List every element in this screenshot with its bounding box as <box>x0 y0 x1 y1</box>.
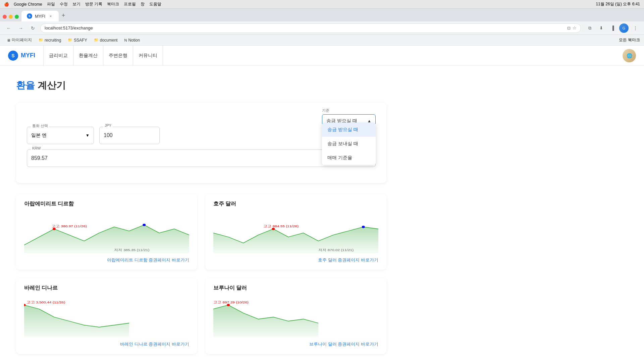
nav-exchange-calc[interactable]: 환율계산 <box>73 46 103 66</box>
ssafy-icon: 📁 <box>68 38 72 42</box>
aed-link[interactable]: 아랍에미리트 디르함 증권페이지 바로가기 <box>24 257 189 263</box>
svg-point-6 <box>272 228 275 230</box>
svg-marker-5 <box>213 227 378 253</box>
bnd-chart: 고고 897.29 (10/26) <box>213 297 378 337</box>
tab-title: MYFI <box>35 14 45 19</box>
svg-text:고고 3,500.44 (11/26): 고고 3,500.44 (11/26) <box>26 300 65 304</box>
aud-chart: 고고 884.55 (11/26) 저저 870.02 (11/21) <box>213 213 378 253</box>
nav-interest-compare[interactable]: 금리비교 <box>43 46 73 66</box>
currency-select[interactable]: 일본 엔 ▼ <box>27 127 94 144</box>
minimize-traffic-light[interactable] <box>9 15 13 19</box>
nav-nearby-bank[interactable]: 주변은행 <box>103 46 133 66</box>
refresh-button[interactable]: ↻ <box>28 23 38 33</box>
svg-text:저저 385.35 (11/21): 저저 385.35 (11/21) <box>114 248 149 252</box>
bookmark-recruiting-label: recruiting <box>45 38 61 43</box>
app-header: S MYFI 금리비교 환율계산 주변은행 커뮤니티 🌐 <box>0 46 644 66</box>
page-content: 환율 계산기 기준 송금 받으실 때 ▲ 송금 받으실 때 송금 보내실 때 매… <box>0 66 402 362</box>
sidebar-button[interactable]: ▐ <box>608 23 617 33</box>
download-button[interactable]: ⬇ <box>596 23 606 33</box>
bookmark-maipe[interactable]: 🖥 마이페이지 <box>4 36 35 44</box>
window-menu[interactable]: 창 <box>141 1 145 7</box>
bookmark-ssafy[interactable]: 📁 SSAFY <box>65 37 90 44</box>
jpy-input[interactable]: 100 <box>99 127 160 144</box>
active-tab[interactable]: S MYFI × <box>21 11 59 21</box>
svg-text:고고 380.97 (11/26): 고고 380.97 (11/26) <box>52 224 87 228</box>
profile-avatar[interactable]: G <box>619 23 629 33</box>
basis-option-standard[interactable]: 매매 기준율 <box>322 151 376 165</box>
bookmarks-bar: 🖥 마이페이지 📁 recruiting 📁 SSAFY 📁 document … <box>0 35 644 46</box>
currency-select-group: 통화 선택 일본 엔 ▼ <box>27 127 94 144</box>
bookmark-maipe-label: 마이페이지 <box>12 37 32 43</box>
svg-text:고고 884.55 (11/26): 고고 884.55 (11/26) <box>263 224 299 228</box>
help-menu[interactable]: 도움말 <box>149 1 161 7</box>
chrome-window: S MYFI × + ← → ↻ localhost:5173/exchange… <box>0 9 644 362</box>
svg-point-1 <box>53 228 56 230</box>
all-bookmarks[interactable]: 모든 북마크 <box>619 37 640 43</box>
maipe-icon: 🖥 <box>7 38 10 42</box>
mac-time: 11월 26일 (일) 오후 6:41 <box>596 1 640 7</box>
bookmarks-menu[interactable]: 북마크 <box>107 1 119 7</box>
krw-label: KRW <box>31 146 42 150</box>
svg-marker-10 <box>24 305 129 337</box>
aed-chart: 고고 380.97 (11/26) 저저 385.35 (11/21) <box>24 213 189 253</box>
profile-menu[interactable]: 프로필 <box>124 1 136 7</box>
aud-link[interactable]: 호주 달러 증권페이지 바로가기 <box>213 257 378 263</box>
file-menu[interactable]: 파일 <box>47 1 55 7</box>
basis-dropdown-wrapper: 기준 송금 받으실 때 ▲ 송금 받으실 때 송금 보내실 때 매매 기준율 <box>322 108 376 128</box>
forward-button[interactable]: → <box>16 23 25 33</box>
aud-chart-svg: 고고 884.55 (11/26) 저저 870.02 (11/21) <box>213 213 378 253</box>
title-rest: 계산기 <box>35 80 66 90</box>
apple-menu[interactable]: 🍎 <box>4 2 9 7</box>
chrome-menu[interactable]: Google Chrome <box>14 2 42 7</box>
reader-mode-icon[interactable]: ⊡ <box>567 26 571 31</box>
tab-bar: S MYFI × + <box>0 9 644 21</box>
all-bookmarks-label: 모든 북마크 <box>619 38 640 42</box>
mac-os-bar: 🍎 Google Chrome 파일 수정 보기 방문 기록 북마크 프로필 창… <box>0 0 644 9</box>
svg-point-3 <box>143 224 146 226</box>
view-menu[interactable]: 보기 <box>72 1 80 7</box>
basis-option-receive[interactable]: 송금 받으실 때 <box>322 123 376 137</box>
bnd-card: 브루나이 달러 고고 897. <box>205 278 386 354</box>
history-menu[interactable]: 방문 기록 <box>85 1 102 7</box>
bhd-chart-svg: 고고 3,500.44 (11/26) <box>24 297 189 337</box>
tab-close-button[interactable]: × <box>48 13 53 19</box>
bnd-title: 브루나이 달러 <box>213 285 378 292</box>
currency-selected-value: 일본 엔 <box>31 132 47 138</box>
basis-label: 기준 <box>322 108 376 113</box>
bnd-chart-svg: 고고 897.29 (10/26) <box>213 297 378 337</box>
aed-title: 아랍에미리트 디르함 <box>24 200 189 207</box>
jpy-value: 100 <box>104 132 113 138</box>
edit-menu[interactable]: 수정 <box>60 1 68 7</box>
more-options-button[interactable]: ⋮ <box>631 23 640 33</box>
bhd-card: 바레인 디나르 고고 3,50 <box>16 278 197 354</box>
extensions-button[interactable]: ⧉ <box>585 23 594 33</box>
url-text: localhost:5173/exchange <box>45 25 93 31</box>
user-avatar[interactable]: 🌐 <box>623 49 636 62</box>
bookmark-notion[interactable]: N Notion <box>121 37 143 44</box>
bhd-link[interactable]: 바레인 디나르 증권페이지 바로가기 <box>24 341 189 347</box>
bnd-link[interactable]: 브루나이 달러 증권페이지 바로가기 <box>213 341 378 347</box>
nav-community[interactable]: 커뮤니티 <box>133 46 163 66</box>
close-traffic-light[interactable] <box>3 15 7 19</box>
bookmark-document[interactable]: 📁 document <box>91 37 120 44</box>
bookmark-star-icon[interactable]: ☆ <box>573 25 577 31</box>
fullscreen-traffic-light[interactable] <box>15 15 19 19</box>
bookmark-document-label: document <box>100 38 118 43</box>
svg-point-14 <box>227 304 230 306</box>
tab-favicon: S <box>27 13 32 19</box>
krw-value: 859.57 <box>31 155 48 161</box>
back-button[interactable]: ← <box>4 23 13 33</box>
notion-icon: N <box>124 38 127 42</box>
title-highlight: 환율 <box>16 80 35 90</box>
url-bar[interactable]: localhost:5173/exchange ⊡ ☆ <box>40 23 581 33</box>
bookmark-notion-label: Notion <box>128 38 140 43</box>
app-logo[interactable]: S MYFI <box>8 51 35 61</box>
svg-marker-13 <box>213 305 318 337</box>
page-title: 환율 계산기 <box>16 79 386 92</box>
bookmark-recruiting[interactable]: 📁 recruiting <box>36 37 64 44</box>
logo-icon: S <box>8 51 18 61</box>
mac-menu-left: 🍎 Google Chrome 파일 수정 보기 방문 기록 북마크 프로필 창… <box>4 1 161 7</box>
new-tab-button[interactable]: + <box>59 11 68 20</box>
content-area[interactable]: 환율 계산기 기준 송금 받으실 때 ▲ 송금 받으실 때 송금 보내실 때 매… <box>0 66 644 362</box>
basis-option-send[interactable]: 송금 보내실 때 <box>322 137 376 151</box>
